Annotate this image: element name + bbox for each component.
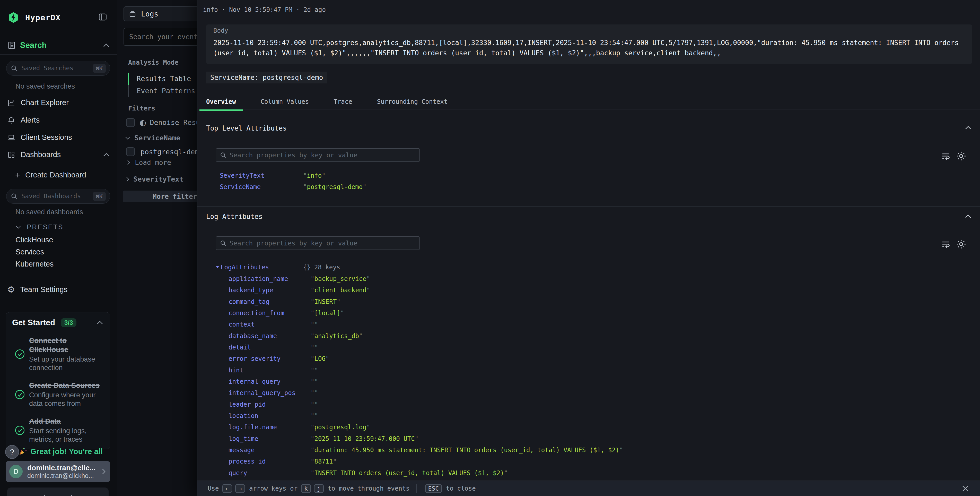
attribute-key[interactable]: internal_query_pos — [229, 389, 310, 397]
attribute-value[interactable] — [310, 389, 318, 397]
attribute-value[interactable] — [310, 412, 318, 419]
attribute-key[interactable]: LogAttributes — [221, 264, 303, 271]
wrap-lines-icon[interactable] — [940, 239, 951, 249]
get-started-item[interactable]: Create Data Sources Configure where your… — [12, 381, 104, 408]
saved-dashboards-input[interactable]: Saved Dashboards ⌘K — [6, 189, 110, 204]
attribute-value[interactable] — [310, 401, 318, 408]
attribute-value[interactable]: info — [303, 172, 326, 179]
saved-searches-input[interactable]: Saved Searches ⌘K — [6, 61, 110, 76]
sidebar-item-chart-explorer[interactable]: Chart Explorer — [7, 98, 110, 107]
attribute-value[interactable]: backup_service — [310, 275, 370, 282]
service-name-chip[interactable]: ServiceName: postgresql-demo — [206, 72, 327, 83]
attribute-row[interactable]: messageduration: 45.950 ms statement: IN… — [197, 445, 980, 456]
source-select[interactable]: Logs — [124, 6, 197, 21]
load-more-button[interactable]: Load more — [127, 159, 171, 166]
event-search-field[interactable] — [129, 33, 197, 41]
attribute-key[interactable]: internal_query — [229, 378, 310, 385]
attribute-key[interactable]: context — [229, 321, 310, 328]
collapse-section-icon[interactable] — [964, 125, 972, 130]
attribute-value[interactable]: LOG — [310, 355, 329, 362]
filter-value-row[interactable]: postgresql-demo — [126, 147, 197, 156]
preset-services[interactable]: Services — [16, 248, 44, 256]
mode-event-patterns[interactable]: Event Patterns — [128, 85, 195, 97]
attribute-key[interactable]: error_severity — [229, 355, 310, 362]
attribute-value[interactable]: analytics_db — [310, 332, 363, 340]
preset-clickhouse[interactable]: ClickHouse — [16, 236, 53, 244]
attribute-key[interactable]: detail — [229, 344, 310, 351]
attribute-row[interactable]: process_id88711 — [197, 456, 980, 467]
log-attr-search[interactable] — [216, 236, 420, 250]
filter-group-servicename[interactable]: ServiceName — [124, 134, 180, 142]
get-started-item[interactable]: Connect to ClickHouse Set up your databa… — [12, 336, 104, 372]
top-level-attr-search-field[interactable] — [229, 152, 410, 159]
attribute-value[interactable] — [310, 344, 318, 351]
attribute-value[interactable]: 2025-11-10 23:59:47.000 UTC — [310, 435, 418, 442]
attribute-row[interactable]: application_namebackup_service — [197, 273, 980, 285]
attribute-row[interactable]: command_tagINSERT — [197, 296, 980, 308]
attribute-key[interactable]: connection_from — [229, 309, 310, 317]
denoise-results-row[interactable]: ◐ Denoise Results — [126, 118, 197, 127]
attribute-row[interactable]: database_nameanalytics_db — [197, 330, 980, 342]
attribute-value[interactable]: 88711 — [310, 458, 337, 465]
attribute-row[interactable]: detail — [197, 342, 980, 353]
collapse-sidebar-icon[interactable] — [98, 12, 108, 22]
user-menu[interactable]: D dominic.tran@clic... dominic.tran@clic… — [6, 461, 110, 482]
attribute-key[interactable]: leader_pid — [229, 401, 310, 408]
attribute-value[interactable]: [local] — [310, 309, 344, 317]
attribute-key[interactable]: process_id — [229, 458, 310, 465]
gear-icon[interactable] — [956, 238, 967, 250]
sidebar-item-client-sessions[interactable]: Client Sessions — [7, 133, 110, 142]
event-search-input[interactable] — [124, 28, 197, 46]
wrap-lines-icon[interactable] — [940, 151, 951, 161]
attribute-key[interactable]: command_tag — [229, 298, 310, 305]
tab-trace[interactable]: Trace — [327, 94, 359, 109]
sidebar-item-dashboards[interactable]: Dashboards — [7, 150, 110, 159]
mode-results-table[interactable]: Results Table — [128, 73, 191, 85]
attribute-value[interactable]: INSERT — [310, 298, 340, 305]
attribute-row[interactable]: context — [197, 319, 980, 330]
attribute-key[interactable]: SeverityText — [220, 172, 303, 179]
bottom-teaser-card[interactable]: Product updates — [7, 488, 108, 496]
attribute-row[interactable]: queryINSERT INTO orders (user_id, total)… — [197, 467, 980, 479]
attribute-key[interactable]: ServiceName — [220, 183, 303, 191]
attribute-value[interactable]: INSERT INTO orders (user_id, total) VALU… — [310, 469, 508, 477]
attribute-value[interactable]: duration: 45.950 ms statement: INSERT IN… — [310, 447, 623, 454]
expand-triangle-icon[interactable] — [215, 265, 220, 270]
attribute-key[interactable]: log_time — [229, 435, 310, 442]
log-attr-search-field[interactable] — [229, 239, 410, 247]
gear-icon[interactable] — [956, 150, 967, 162]
sidebar-item-search[interactable]: Search — [7, 41, 110, 50]
attribute-key[interactable]: message — [229, 447, 310, 454]
top-level-attr-search[interactable] — [216, 148, 420, 162]
attribute-key[interactable]: application_name — [229, 275, 310, 282]
tab-column-values[interactable]: Column Values — [254, 94, 316, 109]
create-dashboard-button[interactable]: Create Dashboard — [14, 171, 86, 179]
attribute-row[interactable]: hint — [197, 365, 980, 376]
sidebar-item-team-settings[interactable]: ⚙ Team Settings — [7, 284, 110, 295]
attribute-key[interactable]: hint — [229, 367, 310, 374]
attribute-key[interactable]: log.file.name — [229, 424, 310, 431]
attribute-row[interactable]: leader_pid — [197, 399, 980, 410]
collapse-section-icon[interactable] — [964, 214, 972, 219]
close-icon[interactable] — [961, 484, 970, 493]
attribute-row[interactable]: internal_query_pos — [197, 388, 980, 399]
tab-overview[interactable]: Overview — [199, 94, 243, 109]
log-attributes-root-row[interactable]: LogAttributes {} 28 keys — [197, 262, 980, 273]
attribute-key[interactable]: database_name — [229, 332, 310, 340]
postgresql-demo-checkbox[interactable] — [126, 147, 135, 156]
attribute-row[interactable]: ServiceName postgresql-demo — [197, 181, 980, 193]
attribute-row[interactable]: SeverityText info — [197, 170, 980, 181]
attribute-key[interactable]: backend_type — [229, 287, 310, 294]
preset-kubernetes[interactable]: Kubernetes — [16, 260, 54, 268]
attribute-value[interactable]: client backend — [310, 287, 370, 294]
attribute-value[interactable] — [310, 321, 318, 328]
attribute-row[interactable]: location — [197, 410, 980, 421]
tab-surrounding-context[interactable]: Surrounding Context — [370, 94, 455, 109]
attribute-key[interactable]: location — [229, 412, 310, 419]
attribute-key[interactable]: query — [229, 469, 310, 477]
presets-header[interactable]: PRESETS — [15, 223, 63, 231]
attribute-value[interactable]: postgresql-demo — [303, 183, 366, 191]
filter-group-severitytext[interactable]: SeverityText — [126, 175, 183, 183]
more-filters-button[interactable]: More filters — [123, 191, 197, 202]
attribute-row[interactable]: log_time2025-11-10 23:59:47.000 UTC — [197, 433, 980, 445]
